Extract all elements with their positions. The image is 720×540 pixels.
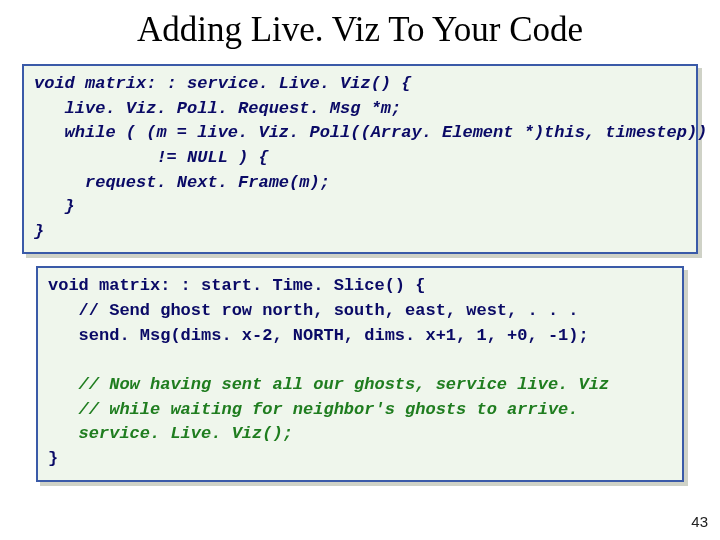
code-comment: // Now having sent all our ghosts, servi… bbox=[48, 373, 672, 398]
code-box-service-liveviz: void matrix: : service. Live. Viz() { li… bbox=[22, 64, 698, 254]
code-line: != NULL ) { bbox=[34, 146, 686, 171]
page-number: 43 bbox=[691, 513, 708, 530]
code-line: // Send ghost row north, south, east, we… bbox=[48, 299, 672, 324]
code-line: live. Viz. Poll. Request. Msg *m; bbox=[34, 97, 686, 122]
code-line: } bbox=[34, 195, 686, 220]
code-line: } bbox=[34, 220, 686, 245]
slide-title: Adding Live. Viz To Your Code bbox=[0, 0, 720, 64]
code-line: } bbox=[48, 447, 672, 472]
code-blank-line bbox=[48, 348, 672, 373]
code-comment: // while waiting for neighbor's ghosts t… bbox=[48, 398, 672, 423]
code-line: void matrix: : service. Live. Viz() { bbox=[34, 72, 686, 97]
code-call: service. Live. Viz(); bbox=[48, 422, 672, 447]
code-line: void matrix: : start. Time. Slice() { bbox=[48, 274, 672, 299]
code-box-start-timeslice: void matrix: : start. Time. Slice() { //… bbox=[36, 266, 684, 481]
code-line: while ( (m = live. Viz. Poll((Array. Ele… bbox=[34, 121, 686, 146]
code-line: request. Next. Frame(m); bbox=[34, 171, 686, 196]
slide-root: Adding Live. Viz To Your Code void matri… bbox=[0, 0, 720, 540]
code-line: send. Msg(dims. x-2, NORTH, dims. x+1, 1… bbox=[48, 324, 672, 349]
